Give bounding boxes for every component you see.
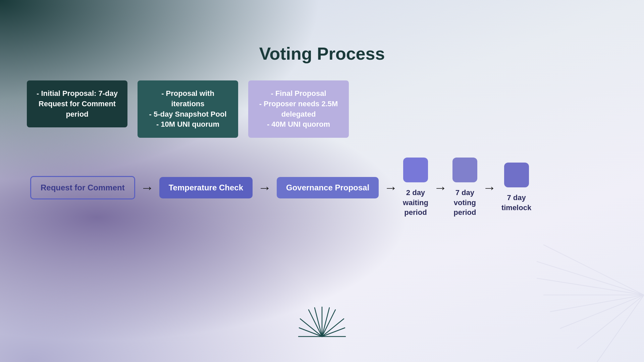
voting-period-group: 7 dayvotingperiod — [452, 158, 477, 218]
voting-period-button[interactable] — [452, 158, 477, 182]
gov-info-text: - Final Proposal - Proposer needs 2.5M d… — [255, 88, 342, 130]
arrow-3-icon: → — [384, 181, 397, 194]
temperature-check-button[interactable]: Temperature Check — [159, 177, 253, 198]
info-boxes-container: - Initial Proposal: 7-day Request for Co… — [27, 80, 349, 138]
arrow-1-icon: → — [141, 181, 154, 194]
temp-info-box: - Proposal with iterations - 5-day Snaps… — [138, 80, 238, 138]
rfc-step-button[interactable]: Request for Comment — [30, 176, 135, 199]
governance-proposal-button[interactable]: Governance Proposal — [277, 177, 379, 198]
rfc-info-box: - Initial Proposal: 7-day Request for Co… — [27, 80, 127, 127]
page-title: Voting Process — [259, 44, 385, 64]
gov-info-box: - Final Proposal - Proposer needs 2.5M d… — [248, 80, 349, 138]
svg-line-6 — [577, 295, 644, 349]
waiting-period-label: 2 daywaitingperiod — [403, 188, 428, 218]
arrow-2-icon: → — [258, 181, 271, 194]
flow-diagram: Request for Comment → Temperature Check … — [30, 158, 531, 218]
deco-lines-icon — [510, 228, 644, 362]
svg-line-4 — [550, 295, 644, 312]
rfc-info-text: - Initial Proposal: 7-day Request for Co… — [34, 88, 121, 119]
svg-line-5 — [560, 295, 644, 328]
svg-line-1 — [537, 261, 644, 295]
svg-line-7 — [597, 295, 644, 362]
voting-period-label: 7 dayvotingperiod — [453, 188, 476, 218]
svg-line-16 — [315, 308, 322, 337]
timelock-label: 7 daytimelock — [501, 193, 531, 213]
arrow-4-icon: → — [434, 181, 447, 194]
logo-sunburst — [295, 300, 349, 342]
svg-line-14 — [300, 319, 322, 337]
timelock-button[interactable] — [504, 163, 529, 187]
arrow-5-icon: → — [483, 181, 496, 194]
temp-info-text: - Proposal with iterations - 5-day Snaps… — [144, 88, 231, 130]
svg-line-17 — [322, 308, 329, 337]
timelock-group: 7 daytimelock — [501, 163, 531, 213]
svg-line-11 — [322, 319, 344, 337]
waiting-period-group: 2 daywaitingperiod — [403, 158, 428, 218]
waiting-period-button[interactable] — [403, 158, 428, 182]
